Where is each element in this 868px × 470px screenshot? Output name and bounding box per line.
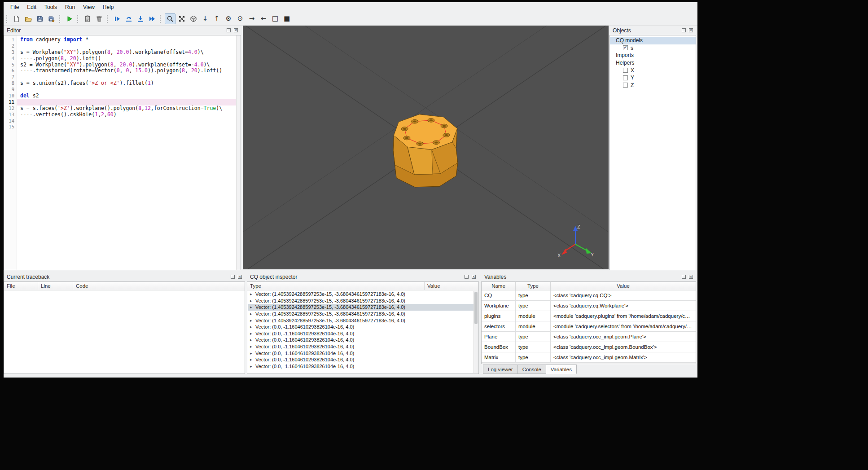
float-panel-icon[interactable] <box>682 28 686 32</box>
front-view-icon[interactable]: ⊗ <box>223 13 234 24</box>
variable-row-selectors[interactable]: selectorsmodule<module 'cadquery.selecto… <box>482 321 696 332</box>
checkbox-z[interactable] <box>623 83 628 88</box>
menu-item-view[interactable]: View <box>79 3 99 12</box>
inspector-row[interactable]: ▸Vector: (0.0, -1.1604610293826104e-16, … <box>248 324 473 330</box>
expand-arrow-icon[interactable]: ▸ <box>250 298 252 304</box>
editor-scrollbar[interactable] <box>236 35 241 270</box>
float-panel-icon[interactable] <box>682 275 686 279</box>
zoom-tool-icon[interactable] <box>165 13 175 24</box>
wireframe-view-icon[interactable]: □ <box>270 13 281 24</box>
inspector-row[interactable]: ▸Vector: (0.0, -1.1604610293826104e-16, … <box>248 350 473 357</box>
menu-item-file[interactable]: File <box>6 3 23 12</box>
variables-column-type[interactable]: Type <box>516 282 551 290</box>
menu-item-edit[interactable]: Edit <box>23 3 40 12</box>
inspector-row[interactable]: ▸Vector: (0.0, -1.1604610293826104e-16, … <box>248 343 473 350</box>
save-as-icon[interactable] <box>46 13 57 24</box>
inspector-column-value[interactable]: Value <box>425 282 478 290</box>
debug-icon[interactable] <box>112 13 123 24</box>
float-panel-icon[interactable] <box>465 275 469 279</box>
inspector-rows: ▸Vector: (1.4053924288597253e-15, -3.680… <box>248 291 473 373</box>
tree-item-y[interactable]: Y <box>610 74 696 82</box>
variable-row-boundbox[interactable]: BoundBoxtype<class 'cadquery.occ_impl.ge… <box>482 342 696 352</box>
3d-viewport[interactable]: Z X Y <box>243 26 609 269</box>
tab-variables[interactable]: Variables <box>546 365 577 374</box>
close-panel-icon[interactable]: × <box>234 28 238 32</box>
menu-item-run[interactable]: Run <box>61 3 79 12</box>
tab-log-viewer[interactable]: Log viewer <box>483 365 518 374</box>
inspector-row[interactable]: ▸Vector: (0.0, -1.1604610293826104e-16, … <box>248 330 473 337</box>
close-panel-icon[interactable]: × <box>238 275 242 279</box>
checkbox-s[interactable]: ✓ <box>623 45 628 50</box>
variable-row-matrix[interactable]: Matrixtype<class 'cadquery.occ_impl.geom… <box>482 352 696 363</box>
inspector-scrollbar-thumb[interactable] <box>474 292 478 324</box>
inspector-row[interactable]: ▸Vector: (1.4053924288597253e-15, -3.680… <box>248 311 473 317</box>
inspector-row[interactable]: ▸Vector: (0.0, -1.1604610293826104e-16, … <box>248 363 473 370</box>
menu-item-tools[interactable]: Tools <box>40 3 61 12</box>
left-view-icon[interactable]: ← <box>258 13 269 24</box>
variable-row-cq[interactable]: CQtype<class 'cadquery.cq.CQ'> <box>482 290 696 301</box>
close-panel-icon[interactable]: × <box>689 275 693 279</box>
code-editor[interactable]: 123456789101112131415 from cadquery impo… <box>4 35 241 270</box>
traceback-column-line[interactable]: Line <box>38 282 73 290</box>
checkbox-x[interactable] <box>623 68 628 73</box>
toolbar-separator <box>59 15 62 23</box>
variables-column-value[interactable]: Value <box>551 282 696 290</box>
close-panel-icon[interactable]: × <box>472 275 476 279</box>
expand-arrow-icon[interactable]: ▸ <box>250 317 252 324</box>
variables-column-name[interactable]: Name <box>482 282 516 290</box>
checkbox-y[interactable] <box>623 75 628 80</box>
tree-item-s[interactable]: ✓s <box>610 44 696 52</box>
inspector-scrollbar[interactable] <box>473 291 478 373</box>
inspector-column-type[interactable]: Type <box>247 282 425 290</box>
iso-view-icon[interactable] <box>188 13 199 24</box>
expand-arrow-icon[interactable]: ▸ <box>250 324 252 330</box>
expand-arrow-icon[interactable]: ▸ <box>250 350 252 357</box>
right-view-icon[interactable]: → <box>246 13 257 24</box>
step-icon[interactable] <box>123 13 134 24</box>
tree-item-x[interactable]: X <box>610 66 696 74</box>
bottom-view-icon[interactable]: ↓ <box>200 13 210 24</box>
open-file-icon[interactable] <box>23 13 34 24</box>
new-file-icon[interactable] <box>11 13 22 24</box>
code-area[interactable]: from cadquery import *s = Workplane("XY"… <box>17 35 236 270</box>
inspector-row[interactable]: ▸Vector: (1.4053924288597253e-15, -3.680… <box>248 298 473 304</box>
tree-item-imports[interactable]: Imports <box>610 52 696 59</box>
inspector-row[interactable]: ▸Vector: (1.4053924288597253e-15, -3.680… <box>248 304 473 311</box>
continue-icon[interactable] <box>147 13 158 24</box>
close-panel-icon[interactable]: × <box>689 28 693 32</box>
expand-arrow-icon[interactable]: ▸ <box>250 343 252 350</box>
inspector-row[interactable]: ▸Vector: (1.4053924288597253e-15, -3.680… <box>248 317 473 324</box>
inspector-row[interactable]: ▸Vector: (0.0, -1.1604610293826104e-16, … <box>248 356 473 363</box>
render-icon[interactable] <box>64 13 75 24</box>
float-panel-icon[interactable] <box>227 28 231 32</box>
inspector-row[interactable]: ▸Vector: (0.0, -1.1604610293826104e-16, … <box>248 337 473 343</box>
variable-row-workplane[interactable]: Workplanetype<class 'cadquery.cq.Workpla… <box>482 301 696 311</box>
copy-icon[interactable] <box>82 13 93 24</box>
tree-item-cq-models[interactable]: CQ models <box>610 37 696 44</box>
traceback-column-file[interactable]: File <box>4 282 38 290</box>
inspector-row[interactable]: ▸Vector: (1.4053924288597253e-15, -3.680… <box>248 291 473 298</box>
expand-arrow-icon[interactable]: ▸ <box>250 337 252 343</box>
expand-arrow-icon[interactable]: ▸ <box>250 291 252 298</box>
top-view-icon[interactable]: ↑ <box>211 13 222 24</box>
back-view-icon[interactable]: ⊙ <box>235 13 245 24</box>
code-line: s = s.faces('>Z').workplane().polygon(8,… <box>17 105 236 112</box>
expand-arrow-icon[interactable]: ▸ <box>250 311 252 317</box>
traceback-column-code[interactable]: Code <box>73 282 245 290</box>
tree-item-helpers[interactable]: Helpers <box>610 59 696 67</box>
save-icon[interactable] <box>35 13 45 24</box>
delete-icon[interactable] <box>94 13 105 24</box>
step-in-icon[interactable] <box>135 13 146 24</box>
variable-row-plugins[interactable]: pluginsmodule<module 'cadquery.plugins' … <box>482 311 696 321</box>
variable-row-plane[interactable]: Planetype<class 'cadquery.occ_impl.geom.… <box>482 332 696 342</box>
shaded-view-icon[interactable]: ■ <box>281 13 292 24</box>
float-panel-icon[interactable] <box>231 275 235 279</box>
fit-view-icon[interactable] <box>176 13 187 24</box>
expand-arrow-icon[interactable]: ▸ <box>250 363 252 370</box>
expand-arrow-icon[interactable]: ▸ <box>250 330 252 337</box>
tree-item-z[interactable]: Z <box>610 82 696 89</box>
expand-arrow-icon[interactable]: ▸ <box>250 356 252 363</box>
menu-item-help[interactable]: Help <box>99 3 118 12</box>
tab-console[interactable]: Console <box>517 365 546 374</box>
expand-arrow-icon[interactable]: ▸ <box>250 304 252 311</box>
